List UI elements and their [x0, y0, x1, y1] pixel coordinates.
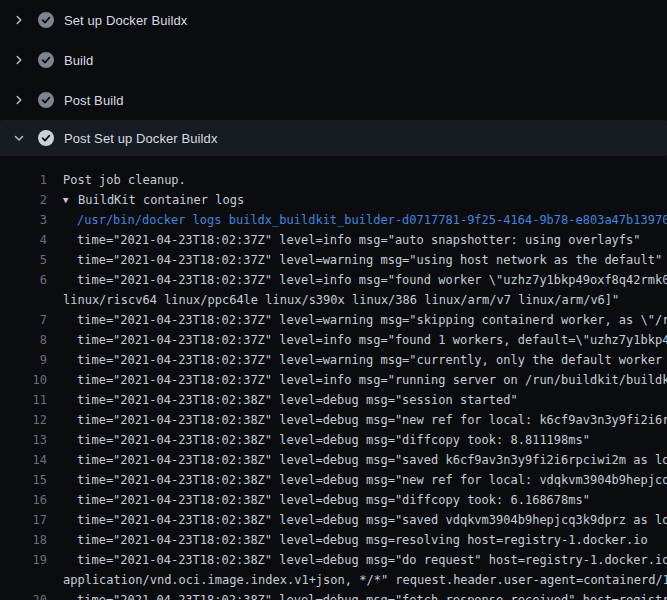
log-line: 20time="2021-04-23T18:02:38Z" level=debu…	[0, 590, 667, 600]
line-number[interactable]: 9	[0, 350, 47, 370]
log-line: 6time="2021-04-23T18:02:37Z" level=info …	[0, 270, 667, 290]
log-text: time="2021-04-23T18:02:38Z" level=debug …	[77, 390, 518, 410]
log-text: BuildKit container logs	[78, 190, 244, 210]
log-line: 12time="2021-04-23T18:02:38Z" level=debu…	[0, 410, 667, 430]
line-number[interactable]: 8	[0, 330, 47, 350]
line-number[interactable]: 3	[0, 210, 47, 230]
line-number	[0, 290, 47, 310]
log-text: time="2021-04-23T18:02:38Z" level=debug …	[77, 530, 648, 550]
log-line: 17time="2021-04-23T18:02:38Z" level=debu…	[0, 510, 667, 530]
log-line: 18time="2021-04-23T18:02:38Z" level=debu…	[0, 530, 667, 550]
chevron-down-icon	[11, 130, 27, 146]
check-circle-icon	[38, 92, 54, 108]
log-command-text: /usr/bin/docker logs buildx_buildkit_bui…	[77, 210, 667, 230]
log-line-continuation: application/vnd.oci.image.index.v1+json,…	[0, 570, 667, 590]
check-circle-icon	[38, 130, 54, 146]
line-number[interactable]: 19	[0, 550, 47, 570]
line-number[interactable]: 17	[0, 510, 47, 530]
log-text: time="2021-04-23T18:02:37Z" level=warnin…	[77, 350, 667, 370]
log-text: time="2021-04-23T18:02:38Z" level=debug …	[77, 510, 667, 530]
line-number[interactable]: 12	[0, 410, 47, 430]
step-title: Set up Docker Buildx	[64, 13, 187, 28]
log-line: 3/usr/bin/docker logs buildx_buildkit_bu…	[0, 210, 667, 230]
line-number[interactable]: 4	[0, 230, 47, 250]
log-line: 10time="2021-04-23T18:02:37Z" level=info…	[0, 370, 667, 390]
line-number	[0, 570, 47, 590]
log-line: 13time="2021-04-23T18:02:38Z" level=debu…	[0, 430, 667, 450]
step-row-set-up-docker-buildx[interactable]: Set up Docker Buildx	[0, 0, 667, 40]
collapse-triangle-icon[interactable]: ▼	[63, 190, 78, 210]
step-row-build[interactable]: Build	[0, 40, 667, 80]
step-title: Post Build	[64, 93, 124, 108]
steps-list: Set up Docker BuildxBuildPost BuildPost …	[0, 0, 667, 156]
step-title: Build	[64, 53, 93, 68]
log-line: 1Post job cleanup.	[0, 170, 667, 190]
log-text: time="2021-04-23T18:02:37Z" level=info m…	[77, 370, 667, 390]
line-number[interactable]: 13	[0, 430, 47, 450]
log-text: time="2021-04-23T18:02:38Z" level=debug …	[77, 490, 590, 510]
log-text: time="2021-04-23T18:02:37Z" level=info m…	[77, 330, 667, 350]
log-text: time="2021-04-23T18:02:38Z" level=debug …	[77, 450, 667, 470]
log-text: time="2021-04-23T18:02:37Z" level=warnin…	[77, 250, 662, 270]
line-number[interactable]: 7	[0, 310, 47, 330]
line-number[interactable]: 11	[0, 390, 47, 410]
log-line: 7time="2021-04-23T18:02:37Z" level=warni…	[0, 310, 667, 330]
log-line: 2▼BuildKit container logs	[0, 190, 667, 210]
log-text: time="2021-04-23T18:02:38Z" level=debug …	[77, 430, 590, 450]
check-circle-icon	[38, 12, 54, 28]
line-number[interactable]: 16	[0, 490, 47, 510]
chevron-right-icon	[11, 52, 27, 68]
log-line: 8time="2021-04-23T18:02:37Z" level=info …	[0, 330, 667, 350]
step-row-post-set-up-docker-buildx[interactable]: Post Set up Docker Buildx	[0, 120, 667, 156]
log-text: time="2021-04-23T18:02:38Z" level=debug …	[77, 590, 667, 600]
log-line: 9time="2021-04-23T18:02:37Z" level=warni…	[0, 350, 667, 370]
chevron-right-icon	[11, 92, 27, 108]
log-line: 19time="2021-04-23T18:02:38Z" level=debu…	[0, 550, 667, 570]
line-number[interactable]: 14	[0, 450, 47, 470]
line-number[interactable]: 1	[0, 170, 47, 190]
log-text: application/vnd.oci.image.index.v1+json,…	[63, 570, 667, 590]
log-line: 11time="2021-04-23T18:02:38Z" level=debu…	[0, 390, 667, 410]
line-number[interactable]: 15	[0, 470, 47, 490]
line-number[interactable]: 10	[0, 370, 47, 390]
line-number[interactable]: 6	[0, 270, 47, 290]
log-line: 14time="2021-04-23T18:02:38Z" level=debu…	[0, 450, 667, 470]
step-title: Post Set up Docker Buildx	[64, 131, 218, 146]
log-text: time="2021-04-23T18:02:38Z" level=debug …	[77, 410, 667, 430]
log-area: 1Post job cleanup.2▼BuildKit container l…	[0, 156, 667, 600]
check-circle-icon	[38, 52, 54, 68]
line-number[interactable]: 20	[0, 590, 47, 600]
log-text: time="2021-04-23T18:02:38Z" level=debug …	[77, 470, 667, 490]
line-number[interactable]: 2	[0, 190, 47, 210]
log-text: linux/riscv64 linux/ppc64le linux/s390x …	[63, 290, 619, 310]
step-row-post-build[interactable]: Post Build	[0, 80, 667, 120]
log-text: time="2021-04-23T18:02:37Z" level=info m…	[77, 230, 641, 250]
log-line: 16time="2021-04-23T18:02:38Z" level=debu…	[0, 490, 667, 510]
log-text: Post job cleanup.	[63, 170, 186, 190]
log-line-continuation: linux/riscv64 linux/ppc64le linux/s390x …	[0, 290, 667, 310]
log-line: 15time="2021-04-23T18:02:38Z" level=debu…	[0, 470, 667, 490]
log-line: 5time="2021-04-23T18:02:37Z" level=warni…	[0, 250, 667, 270]
line-number[interactable]: 5	[0, 250, 47, 270]
log-text: time="2021-04-23T18:02:37Z" level=warnin…	[77, 310, 667, 330]
line-number[interactable]: 18	[0, 530, 47, 550]
log-text: time="2021-04-23T18:02:38Z" level=debug …	[77, 550, 667, 570]
chevron-right-icon	[11, 12, 27, 28]
log-text: time="2021-04-23T18:02:37Z" level=info m…	[77, 270, 667, 290]
log-line: 4time="2021-04-23T18:02:37Z" level=info …	[0, 230, 667, 250]
